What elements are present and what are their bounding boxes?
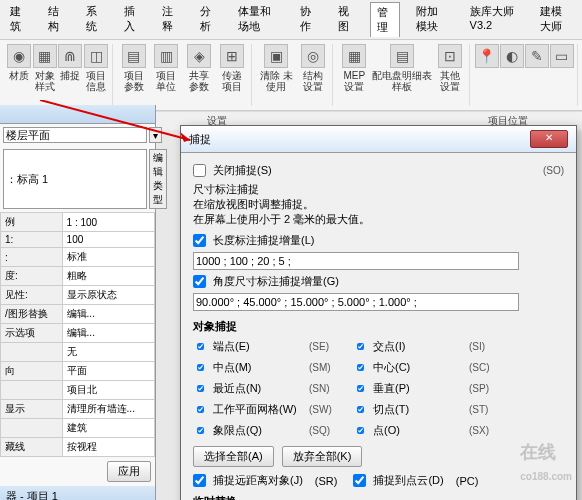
properties-panel: ▾ 编辑类型 例1 : 1001:100:标准度:粗略见性:显示原状态/图形替换… <box>0 105 156 500</box>
prop-value[interactable]: 按视程 <box>62 438 154 457</box>
menu-附加模块[interactable]: 附加模块 <box>410 2 454 37</box>
snap-shortcut: (SW) <box>309 404 347 415</box>
prop-value[interactable]: 100 <box>62 232 154 248</box>
prop-value[interactable]: 编辑... <box>62 305 154 324</box>
menu-系统[interactable]: 系统 <box>80 2 108 37</box>
tool-icon[interactable]: ▤ <box>122 44 146 68</box>
tool-icon[interactable]: ▣ <box>264 44 288 68</box>
snap-shortcut: (SI) <box>469 341 507 352</box>
snap-options-grid: 端点(E)(SE)交点(I)(SI)中点(M)(SM)中心(C)(SC)最近点(… <box>193 337 564 440</box>
tool-label: 结构 设置 <box>297 70 329 92</box>
tool-icon[interactable]: ⋒ <box>58 44 82 68</box>
prop-value[interactable]: 编辑... <box>62 324 154 343</box>
menu-族库大师V3.2[interactable]: 族库大师V3.2 <box>464 2 524 37</box>
prop-key <box>1 381 63 400</box>
tool-icon[interactable]: ◉ <box>7 44 31 68</box>
prop-key: 例 <box>1 213 63 232</box>
prop-value[interactable]: 平面 <box>62 362 154 381</box>
len-inc-checkbox[interactable] <box>193 234 206 247</box>
ang-inc-input[interactable] <box>193 293 519 311</box>
type-select[interactable] <box>3 149 147 209</box>
tool-icon[interactable]: ▦ <box>33 44 57 68</box>
snap-checkbox[interactable] <box>197 340 204 353</box>
tool-icon[interactable]: ▭ <box>550 44 574 68</box>
menu-体量和场地[interactable]: 体量和场地 <box>232 2 284 37</box>
close-icon[interactable]: ✕ <box>530 130 568 148</box>
snap-label: 象限点(Q) <box>213 423 303 438</box>
prop-key: 显示 <box>1 400 63 419</box>
snap-checkbox[interactable] <box>197 403 204 416</box>
tool-icon[interactable]: ✎ <box>525 44 549 68</box>
menu-建模大师[interactable]: 建模大师 <box>534 2 578 37</box>
tool-icon[interactable]: ◎ <box>301 44 325 68</box>
cloud-checkbox[interactable] <box>353 474 366 487</box>
prop-value[interactable]: 标准 <box>62 248 154 267</box>
tool-icon[interactable]: 📍 <box>475 44 499 68</box>
remote-checkbox[interactable] <box>193 474 206 487</box>
prop-value[interactable]: 建筑 <box>62 419 154 438</box>
tool-label: 其他 设置 <box>434 70 466 92</box>
prop-key: 藏线 <box>1 438 63 457</box>
snap-checkbox[interactable] <box>357 361 364 374</box>
menu-结构[interactable]: 结构 <box>42 2 70 37</box>
tool-icon[interactable]: ◈ <box>187 44 211 68</box>
menu-插入[interactable]: 插入 <box>118 2 146 37</box>
prop-value[interactable]: 清理所有墙连... <box>62 400 154 419</box>
tool-icon[interactable]: ◐ <box>500 44 524 68</box>
menu-视图[interactable]: 视图 <box>332 2 360 37</box>
len-inc-input[interactable] <box>193 252 519 270</box>
remote-label: 捕捉远距离对象(J) <box>213 473 303 488</box>
tool-label: 项目 参数 <box>118 70 150 92</box>
tool-label: 配电盘明细表 样板 <box>372 70 434 92</box>
snap-shortcut: (SN) <box>309 383 347 394</box>
remote-sc: (SR) <box>315 475 338 487</box>
prop-key: : <box>1 248 63 267</box>
edit-type-button[interactable]: 编辑类型 <box>149 149 167 209</box>
menu-协作[interactable]: 协作 <box>294 2 322 37</box>
tool-icon[interactable]: ⊡ <box>438 44 462 68</box>
watermark: 在线co188.com <box>520 440 572 485</box>
cloud-sc: (PC) <box>456 475 479 487</box>
unselect-all-button[interactable]: 放弃全部(K) <box>282 446 363 467</box>
panel-header <box>0 105 155 124</box>
dim-snap-label: 尺寸标注捕捉 <box>193 182 564 197</box>
prop-value[interactable]: 显示原状态 <box>62 286 154 305</box>
note1: 在缩放视图时调整捕捉。 <box>193 197 564 212</box>
snap-checkbox[interactable] <box>357 403 364 416</box>
snap-shortcut: (SM) <box>309 362 347 373</box>
snap-checkbox[interactable] <box>357 424 364 437</box>
select-all-button[interactable]: 选择全部(A) <box>193 446 274 467</box>
browser-header: 器 - 项目 1 <box>0 486 155 500</box>
prop-value[interactable]: 粗略 <box>62 267 154 286</box>
menu-建筑[interactable]: 建筑 <box>4 2 32 37</box>
close-snap-checkbox[interactable] <box>193 164 206 177</box>
apply-button[interactable]: 应用 <box>107 461 151 482</box>
ang-inc-checkbox[interactable] <box>193 275 206 288</box>
snap-checkbox[interactable] <box>197 382 204 395</box>
snap-checkbox[interactable] <box>357 382 364 395</box>
tool-icon[interactable]: ▦ <box>342 44 366 68</box>
snap-checkbox[interactable] <box>197 361 204 374</box>
menu-bar: 建筑结构系统插入注释分析体量和场地协作视图管理附加模块族库大师V3.2建模大师 <box>0 0 582 40</box>
prop-key: 见性: <box>1 286 63 305</box>
menu-注释[interactable]: 注释 <box>156 2 184 37</box>
dialog-titlebar: 捕捉 ✕ <box>181 126 576 153</box>
floor-plan-dropdown[interactable]: ▾ <box>149 127 162 143</box>
tool-icon[interactable]: ◫ <box>84 44 108 68</box>
prop-value[interactable]: 无 <box>62 343 154 362</box>
properties-table: 例1 : 1001:100:标准度:粗略见性:显示原状态/图形替换编辑...示选… <box>0 212 155 457</box>
prop-value[interactable]: 项目北 <box>62 381 154 400</box>
snap-checkbox[interactable] <box>357 340 364 353</box>
tool-icon[interactable]: ▤ <box>390 44 414 68</box>
tool-label: 项目 信息 <box>83 70 108 92</box>
menu-管理[interactable]: 管理 <box>370 2 400 37</box>
snap-label: 中心(C) <box>373 360 463 375</box>
menu-分析[interactable]: 分析 <box>194 2 222 37</box>
snap-checkbox[interactable] <box>197 424 204 437</box>
floor-plan-select[interactable] <box>3 127 147 143</box>
prop-value[interactable]: 1 : 100 <box>62 213 154 232</box>
tool-icon[interactable]: ⊞ <box>220 44 244 68</box>
tool-icon[interactable]: ▥ <box>154 44 178 68</box>
tool-label: 对象 样式 <box>32 70 57 92</box>
dialog-title: 捕捉 <box>189 132 211 147</box>
